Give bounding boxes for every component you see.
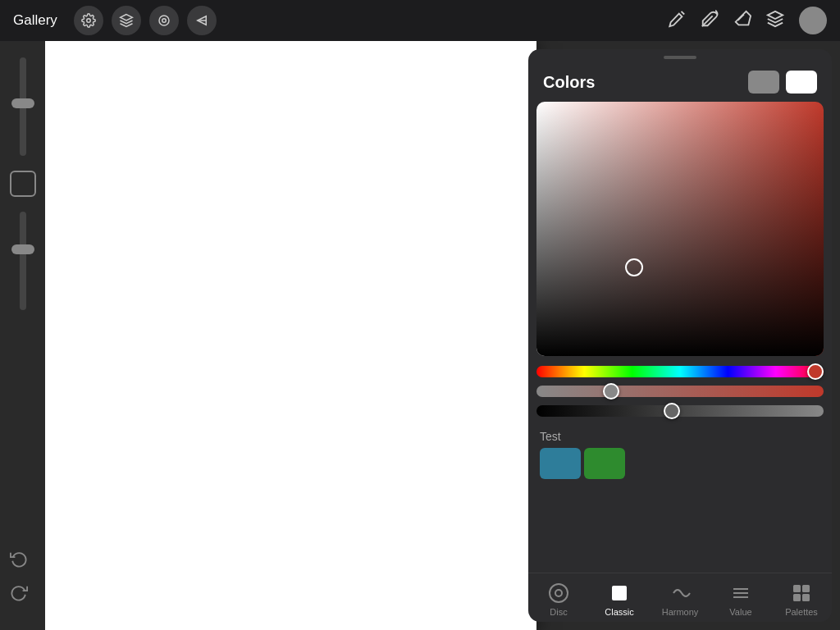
- svg-rect-11: [612, 586, 627, 600]
- disc-icon: [547, 582, 570, 605]
- value-thumb[interactable]: [664, 403, 680, 419]
- test-swatch-2[interactable]: [584, 448, 625, 479]
- harmony-icon: [669, 582, 692, 605]
- harmony-tab-label: Harmony: [662, 607, 699, 617]
- brush-size-slider[interactable]: [20, 57, 26, 156]
- colors-panel: Colors Test: [528, 49, 832, 622]
- modify-tool-button[interactable]: [74, 6, 103, 35]
- user-avatar[interactable]: [799, 7, 827, 34]
- move-tool-button[interactable]: [187, 6, 217, 35]
- value-icon: [729, 582, 752, 605]
- undo-redo-controls: [10, 550, 28, 605]
- color-picker-gradient[interactable]: [536, 102, 824, 356]
- tab-value[interactable]: Value: [716, 582, 765, 617]
- tab-disc[interactable]: Disc: [534, 582, 583, 617]
- saturation-thumb[interactable]: [603, 383, 619, 399]
- saturation-slider[interactable]: [536, 386, 824, 397]
- gallery-button[interactable]: Gallery: [13, 12, 57, 29]
- hue-track: [536, 366, 824, 377]
- saturation-track: [536, 386, 824, 397]
- eraser-tool-icon[interactable]: [733, 10, 751, 32]
- svg-line-7: [738, 14, 744, 20]
- hue-slider[interactable]: [536, 366, 824, 377]
- color-sliders: [528, 356, 832, 423]
- color-mode-tabs: Disc Classic Harmony: [528, 573, 832, 622]
- svg-line-6: [702, 16, 713, 26]
- pen-tool-icon[interactable]: [668, 10, 686, 32]
- svg-point-2: [162, 19, 167, 23]
- svg-marker-8: [768, 11, 783, 18]
- palettes-tab-label: Palettes: [785, 607, 818, 617]
- palettes-icon: [790, 582, 813, 605]
- classic-tab-label: Classic: [605, 607, 633, 617]
- value-tab-label: Value: [729, 607, 751, 617]
- colors-header: Colors: [528, 59, 832, 102]
- color-swatches: [748, 71, 817, 94]
- panel-spacer: [528, 487, 832, 573]
- svg-rect-16: [802, 585, 810, 592]
- test-colors: [540, 448, 820, 479]
- value-track: [536, 405, 824, 417]
- undo-button[interactable]: [10, 550, 28, 572]
- test-swatch-1[interactable]: [540, 448, 581, 479]
- brush-size-thumb[interactable]: [11, 98, 34, 108]
- shape-tool-button[interactable]: [10, 171, 36, 197]
- opacity-thumb[interactable]: [11, 244, 34, 254]
- disc-tab-label: Disc: [550, 607, 567, 617]
- svg-rect-17: [793, 594, 801, 601]
- test-palette-section: Test: [528, 423, 832, 487]
- smudge-tool-button[interactable]: [112, 6, 141, 35]
- svg-rect-15: [793, 585, 801, 592]
- drawing-canvas[interactable]: [45, 41, 536, 630]
- svg-point-9: [550, 584, 568, 602]
- tab-classic[interactable]: Classic: [595, 582, 644, 617]
- svg-point-0: [87, 19, 91, 23]
- svg-line-5: [682, 11, 685, 14]
- top-right-tools: [668, 7, 827, 34]
- test-label: Test: [540, 430, 820, 443]
- stamp-tool-button[interactable]: [149, 6, 179, 35]
- svg-rect-18: [802, 594, 810, 601]
- gradient-background: [536, 102, 824, 356]
- value-slider[interactable]: [536, 405, 824, 417]
- left-sidebar: [0, 41, 45, 630]
- classic-icon: [608, 582, 631, 605]
- brush-tool-icon[interactable]: [701, 10, 719, 32]
- redo-button[interactable]: [10, 583, 28, 605]
- current-color-swatch[interactable]: [786, 71, 817, 94]
- hue-thumb[interactable]: [807, 363, 824, 380]
- top-toolbar: Gallery: [0, 0, 840, 41]
- layers-tool-icon[interactable]: [766, 10, 784, 32]
- previous-color-swatch[interactable]: [748, 71, 779, 94]
- tab-palettes[interactable]: Palettes: [777, 582, 826, 617]
- tab-harmony[interactable]: Harmony: [655, 582, 705, 617]
- svg-point-10: [555, 590, 562, 596]
- opacity-slider[interactable]: [20, 212, 26, 310]
- svg-point-1: [159, 16, 169, 25]
- colors-title: Colors: [543, 73, 595, 92]
